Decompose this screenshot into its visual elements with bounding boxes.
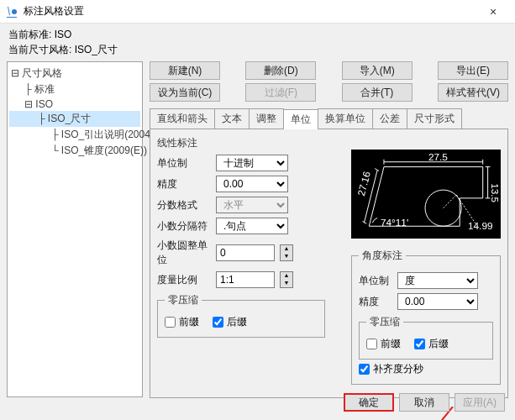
close-button[interactable]: × xyxy=(476,5,510,18)
tree-iso-leader[interactable]: ├ ISO_引出说明(2004(E)) xyxy=(9,127,140,143)
angle-precision-label: 精度 xyxy=(359,295,392,309)
tree-iso-dim[interactable]: ├ ISO_尺寸 xyxy=(9,111,140,127)
apply-button[interactable]: 应用(A) xyxy=(455,393,505,412)
tree-std[interactable]: ├ 标准 xyxy=(9,81,140,97)
suffix-check-label[interactable]: 后缀 xyxy=(213,315,247,329)
svg-text:27.16: 27.16 xyxy=(355,170,372,197)
info-area: 当前标准: ISO 当前尺寸风格: ISO_尺寸 xyxy=(0,24,515,61)
angle-unit-select[interactable]: 度 xyxy=(397,272,478,289)
scale-input[interactable] xyxy=(216,271,275,288)
tree-root[interactable]: ⊟ 尺寸风格 xyxy=(9,66,140,81)
export-button[interactable]: 导出(E) xyxy=(438,61,508,80)
angle-prefix-checkbox[interactable] xyxy=(366,339,377,349)
fraction-format-select: 水平 xyxy=(216,197,288,213)
tab-fit[interactable]: 调整 xyxy=(249,108,284,129)
titlebar: 标注风格设置 × xyxy=(0,0,515,24)
svg-text:14.99: 14.99 xyxy=(468,220,492,231)
unit-system-label: 单位制 xyxy=(157,156,211,171)
angle-legend: 角度标注 xyxy=(359,249,406,263)
window-title: 标注风格设置 xyxy=(24,4,476,18)
angle-suffix-label[interactable]: 后缀 xyxy=(414,337,449,351)
angle-prefix-label[interactable]: 前缀 xyxy=(366,337,401,351)
round-spinner[interactable]: ▲▼ xyxy=(280,244,293,261)
prefix-checkbox[interactable] xyxy=(165,317,176,328)
tabs: 直线和箭头 文本 调整 单位 换算单位 公差 尺寸形式 xyxy=(150,108,508,129)
import-button[interactable]: 导入(M) xyxy=(342,61,413,80)
tab-alt-units[interactable]: 换算单位 xyxy=(318,108,373,129)
style-tree[interactable]: ⊟ 尺寸风格 ├ 标准 ⊟ ISO ├ ISO_尺寸 ├ ISO_引出说明(20… xyxy=(7,61,143,397)
zero-suppress-angle: 零压缩 前缀 后缀 xyxy=(359,315,493,360)
prefix-check-label[interactable]: 前缀 xyxy=(165,315,199,329)
preview-image: 27.5 13.5 27.16 74°11' 14.99 xyxy=(351,150,501,239)
decimal-sep-select[interactable]: .句点 xyxy=(216,218,288,234)
ok-button[interactable]: 确定 xyxy=(344,393,394,412)
delete-button[interactable]: 删除(D) xyxy=(245,61,316,80)
angle-suffix-checkbox[interactable] xyxy=(414,339,425,349)
round-unit-label: 小数圆整单位 xyxy=(157,239,211,267)
suffix-checkbox[interactable] xyxy=(213,317,223,328)
round-unit-input[interactable] xyxy=(216,244,275,261)
tab-dim-form[interactable]: 尺寸形式 xyxy=(407,108,462,129)
filter-button[interactable]: 过滤(F) xyxy=(245,83,316,102)
zero-suppress-legend: 零压缩 xyxy=(165,293,202,307)
merge-button[interactable]: 合并(T) xyxy=(342,83,413,102)
angle-group: 角度标注 单位制度 精度0.00 零压缩 前缀 后缀 补齐度分秒 xyxy=(351,249,501,385)
precision-label: 精度 xyxy=(157,177,211,192)
angle-unit-label: 单位制 xyxy=(359,274,392,288)
precision-select[interactable]: 0.00 xyxy=(216,176,288,192)
scale-spinner[interactable]: ▲▼ xyxy=(280,271,293,288)
tab-lines-arrows[interactable]: 直线和箭头 xyxy=(150,108,215,129)
set-current-button[interactable]: 设为当前(C) xyxy=(150,83,220,102)
svg-text:27.5: 27.5 xyxy=(428,151,448,162)
dialog-footer: 确定 取消 应用(A) xyxy=(344,393,505,412)
svg-text:74°11': 74°11' xyxy=(381,217,408,228)
svg-text:13.5: 13.5 xyxy=(490,183,500,202)
angle-precision-select[interactable]: 0.00 xyxy=(397,293,478,310)
pad-dms-label[interactable]: 补齐度分秒 xyxy=(359,362,423,376)
decimal-sep-label: 小数分隔符 xyxy=(157,219,211,234)
cancel-button[interactable]: 取消 xyxy=(399,393,449,412)
scale-label: 度量比例 xyxy=(157,273,211,287)
tree-iso-taper[interactable]: └ ISO_锥度(2009(E)) xyxy=(9,143,140,159)
pad-dms-checkbox[interactable] xyxy=(359,364,370,375)
current-standard: 当前标准: ISO xyxy=(8,28,507,42)
zero-suppress-linear: 零压缩 前缀 后缀 xyxy=(157,293,325,338)
new-button[interactable]: 新建(N) xyxy=(150,61,220,80)
units-panel: 线性标注 单位制十进制 精度0.00 分数格式水平 小数分隔符.句点 小数圆整单… xyxy=(150,129,508,398)
linear-label: 线性标注 xyxy=(157,136,501,150)
app-icon xyxy=(5,5,18,18)
fraction-format-label: 分数格式 xyxy=(157,198,211,213)
current-dimstyle: 当前尺寸风格: ISO_尺寸 xyxy=(8,43,507,57)
angle-zero-legend: 零压缩 xyxy=(366,315,403,329)
unit-system-select[interactable]: 十进制 xyxy=(216,155,288,171)
tab-units[interactable]: 单位 xyxy=(283,109,318,129)
style-replace-button[interactable]: 样式替代(V) xyxy=(438,83,508,102)
tab-tolerance[interactable]: 公差 xyxy=(372,108,407,129)
tab-text[interactable]: 文本 xyxy=(214,108,250,129)
tree-iso[interactable]: ⊟ ISO xyxy=(9,97,140,111)
